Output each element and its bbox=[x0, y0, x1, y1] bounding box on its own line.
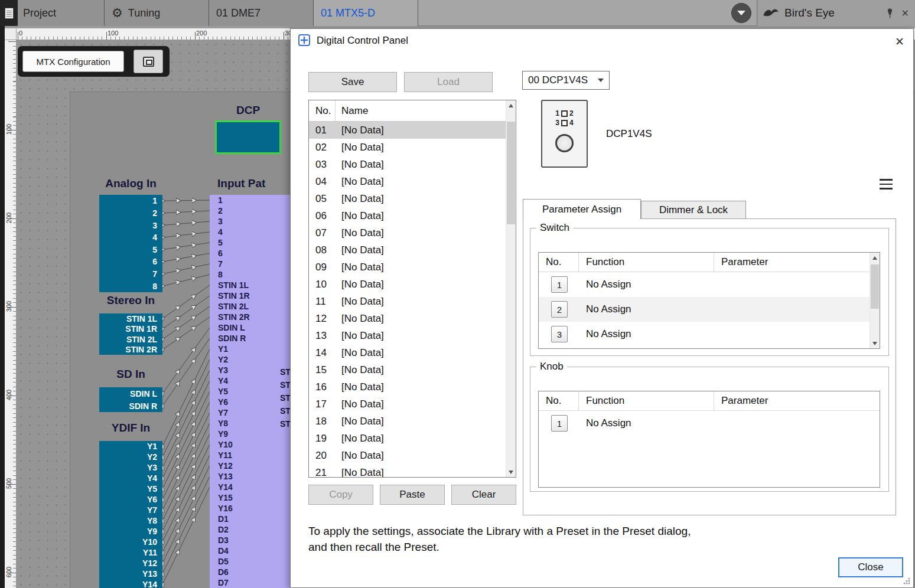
port-6[interactable]: 6 bbox=[210, 248, 298, 259]
load-button[interactable]: Load bbox=[404, 72, 493, 92]
sd-in-block[interactable]: SDIN LSDIN R bbox=[99, 387, 162, 412]
port-sdin-r[interactable]: SDIN R bbox=[99, 400, 162, 412]
port-1[interactable]: 1 bbox=[210, 195, 298, 205]
tab-mtx5d[interactable]: 01 MTX5-D bbox=[314, 0, 418, 26]
port-y14[interactable]: Y14 bbox=[99, 579, 162, 588]
stereo-in-block[interactable]: STIN 1LSTIN 1RSTIN 2LSTIN 2R bbox=[99, 313, 162, 355]
close-icon[interactable]: ✕ bbox=[901, 8, 909, 19]
port-y10[interactable]: Y10 bbox=[210, 439, 298, 450]
port-y11[interactable]: Y11 bbox=[210, 450, 298, 460]
copy-button[interactable]: Copy bbox=[308, 485, 373, 505]
library-row[interactable]: 17[No Data] bbox=[309, 396, 506, 413]
port-7[interactable]: 7 bbox=[210, 259, 298, 269]
scroll-down-arrow[interactable] bbox=[506, 467, 516, 477]
library-row[interactable]: 12[No Data] bbox=[309, 310, 506, 327]
port-3[interactable]: 3 bbox=[210, 216, 298, 227]
port-y15[interactable]: Y15 bbox=[210, 492, 298, 503]
port-8[interactable]: 8 bbox=[99, 280, 162, 292]
tab-project[interactable]: Project bbox=[0, 0, 105, 26]
switch-scrollbar[interactable] bbox=[870, 253, 880, 348]
library-row[interactable]: 04[No Data] bbox=[309, 173, 506, 190]
port-y13[interactable]: Y13 bbox=[99, 569, 162, 579]
port-y2[interactable]: Y2 bbox=[210, 354, 298, 365]
port-y12[interactable]: Y12 bbox=[99, 558, 162, 569]
tab-dimmer-lock[interactable]: Dimmer & Lock bbox=[641, 201, 746, 219]
port-1[interactable]: 1 bbox=[99, 195, 162, 207]
port-y5[interactable]: Y5 bbox=[99, 484, 162, 494]
library-row[interactable]: 18[No Data] bbox=[309, 413, 506, 430]
port-5[interactable]: 5 bbox=[99, 244, 162, 256]
port-sdin-l[interactable]: SDIN L bbox=[210, 322, 298, 333]
assign-row[interactable]: 2No Assign bbox=[539, 297, 870, 322]
port-y16[interactable]: Y16 bbox=[210, 503, 298, 514]
port-y9[interactable]: Y9 bbox=[99, 526, 162, 537]
assign-row[interactable]: 3No Assign bbox=[539, 322, 870, 347]
tab-tuning[interactable]: ⚙ Tuning bbox=[105, 0, 209, 26]
library-row[interactable]: 01[No Data] bbox=[309, 122, 506, 139]
port-y7[interactable]: Y7 bbox=[99, 505, 162, 515]
scroll-up-arrow[interactable] bbox=[870, 253, 880, 263]
library-row[interactable]: 07[No Data] bbox=[309, 224, 506, 241]
port-2[interactable]: 2 bbox=[99, 207, 162, 220]
port-y13[interactable]: Y13 bbox=[210, 471, 298, 482]
dcp-component[interactable] bbox=[215, 120, 281, 154]
port-y2[interactable]: Y2 bbox=[99, 452, 162, 462]
library-row[interactable]: 02[No Data] bbox=[309, 139, 506, 156]
save-button[interactable]: Save bbox=[308, 72, 397, 92]
port-d1[interactable]: D1 bbox=[210, 514, 298, 524]
port-y4[interactable]: Y4 bbox=[99, 473, 162, 484]
port-stin-1r[interactable]: STIN 1R bbox=[99, 324, 162, 335]
port-stin-2l[interactable]: STIN 2L bbox=[210, 301, 298, 312]
scroll-down-arrow[interactable] bbox=[870, 338, 880, 348]
ydif-in-block[interactable]: Y1Y2Y3Y4Y5Y6Y7Y8Y9Y10Y11Y12Y13Y14 bbox=[99, 441, 162, 588]
port-sdin-r[interactable]: SDIN R bbox=[210, 333, 298, 344]
paste-button[interactable]: Paste bbox=[380, 485, 445, 505]
port-y11[interactable]: Y11 bbox=[99, 547, 162, 558]
port-y10[interactable]: Y10 bbox=[99, 537, 162, 547]
library-row[interactable]: 21[No Data] bbox=[309, 464, 506, 477]
clear-button[interactable]: Clear bbox=[451, 485, 516, 505]
port-y8[interactable]: Y8 bbox=[99, 515, 162, 526]
mtx-configuration-button[interactable]: MTX Configuration bbox=[22, 51, 124, 72]
pin-icon[interactable] bbox=[885, 8, 894, 19]
port-d5[interactable]: D5 bbox=[210, 556, 298, 567]
port-6[interactable]: 6 bbox=[99, 256, 162, 268]
port-7[interactable]: 7 bbox=[99, 268, 162, 280]
assign-row[interactable]: 1No Assign bbox=[539, 272, 870, 297]
assign-row[interactable]: 1No Assign bbox=[539, 411, 880, 436]
port-d4[interactable]: D4 bbox=[210, 545, 298, 556]
close-button[interactable]: Close bbox=[838, 557, 903, 577]
library-row[interactable]: 09[No Data] bbox=[309, 259, 506, 276]
port-2[interactable]: 2 bbox=[210, 205, 298, 216]
resize-grip[interactable] bbox=[902, 576, 911, 586]
library-row[interactable]: 14[No Data] bbox=[309, 344, 506, 361]
row-number-button[interactable]: 2 bbox=[551, 301, 568, 318]
dialog-close-button[interactable]: ✕ bbox=[890, 31, 910, 51]
port-stin-1r[interactable]: STIN 1R bbox=[210, 290, 298, 301]
port-4[interactable]: 4 bbox=[99, 231, 162, 244]
port-y1[interactable]: Y1 bbox=[99, 441, 162, 452]
port-5[interactable]: 5 bbox=[210, 237, 298, 248]
tab-dme7[interactable]: 01 DME7 bbox=[209, 0, 314, 26]
port-view-button[interactable] bbox=[133, 50, 163, 73]
port-stin-2r[interactable]: STIN 2R bbox=[210, 312, 298, 322]
library-row[interactable]: 08[No Data] bbox=[309, 241, 506, 259]
library-row[interactable]: 11[No Data] bbox=[309, 293, 506, 310]
scroll-thumb[interactable] bbox=[507, 122, 515, 224]
panel-expand-button[interactable] bbox=[731, 3, 751, 23]
scroll-thumb[interactable] bbox=[871, 264, 879, 309]
port-y12[interactable]: Y12 bbox=[210, 460, 298, 471]
port-y3[interactable]: Y3 bbox=[99, 462, 162, 473]
port-d2[interactable]: D2 bbox=[210, 524, 298, 535]
library-scrollbar[interactable] bbox=[506, 100, 516, 477]
port-d6[interactable]: D6 bbox=[210, 567, 298, 577]
scroll-up-arrow[interactable] bbox=[506, 100, 516, 110]
port-3[interactable]: 3 bbox=[99, 219, 162, 231]
port-y6[interactable]: Y6 bbox=[99, 494, 162, 505]
port-y14[interactable]: Y14 bbox=[210, 482, 298, 492]
library-row[interactable]: 20[No Data] bbox=[309, 447, 506, 464]
library-row[interactable]: 10[No Data] bbox=[309, 276, 506, 293]
library-row[interactable]: 13[No Data] bbox=[309, 327, 506, 344]
library-row[interactable]: 15[No Data] bbox=[309, 361, 506, 378]
row-number-button[interactable]: 1 bbox=[551, 415, 568, 432]
